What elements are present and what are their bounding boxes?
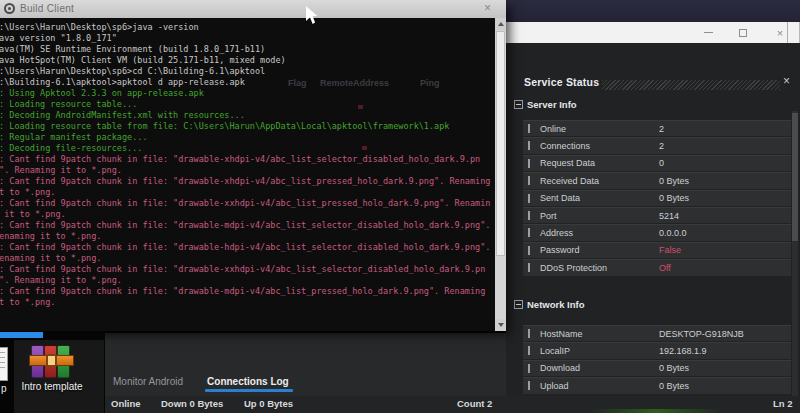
property-label: Address <box>540 228 573 238</box>
section-header-network-info[interactable]: Network Info <box>514 299 585 310</box>
section-header-server-info[interactable]: Server Info <box>514 99 577 110</box>
panel-close-icon[interactable]: × <box>783 74 790 88</box>
terminal-line: Java HotSpot(TM) Client VM (build 25.171… <box>0 55 495 66</box>
property-label: HostName <box>540 329 583 339</box>
close-button[interactable]: × <box>767 22 793 43</box>
property-label: Sent Data <box>540 193 580 203</box>
property-row[interactable]: Received Data0 Bytes <box>523 172 791 188</box>
terminal-line: I: Loading resource table from file: C:\… <box>0 121 495 132</box>
maximize-button[interactable] <box>730 22 756 43</box>
document-icon-label: p <box>1 383 7 394</box>
minimize-icon <box>704 32 713 33</box>
scroll-down-icon[interactable] <box>495 319 506 331</box>
buckle <box>46 354 57 367</box>
property-row[interactable]: PasswordFalse <box>523 242 791 258</box>
maximize-icon <box>739 29 747 37</box>
terminal-title: Build Client <box>20 3 74 14</box>
close-icon: × <box>777 27 783 39</box>
property-row[interactable]: Port5214 <box>523 207 791 223</box>
panel-drag-grip[interactable] <box>602 80 780 90</box>
property-row[interactable]: Connections2 <box>523 137 791 153</box>
collapse-icon[interactable] <box>514 300 523 309</box>
row-grip-icon <box>528 228 530 237</box>
property-label: Connections <box>540 141 590 151</box>
status-online: Online <box>111 398 141 409</box>
terminal-line: C:\Building-6.1\apktool>apktool d app-re… <box>0 77 495 88</box>
property-value: 0.0.0.0 <box>659 228 687 238</box>
panel-scrollbar[interactable] <box>792 111 798 396</box>
property-row[interactable]: HostNameDESKTOP-G918NJB <box>523 325 791 341</box>
desktop-icon-label: Intro template <box>16 380 88 393</box>
row-grip-icon <box>528 246 530 255</box>
property-label: Received Data <box>540 176 599 186</box>
property-value: False <box>659 245 681 255</box>
property-row[interactable]: Address0.0.0.0 <box>523 224 791 240</box>
property-label: DDoS Protection <box>540 263 607 273</box>
terminal-line: W: Cant find 9patch chunk in file: "draw… <box>0 198 495 220</box>
row-grip-icon <box>528 159 530 168</box>
property-row[interactable]: Upload0 Bytes <box>523 377 791 393</box>
terminal-line: I: Regular manifest package... <box>0 132 495 143</box>
property-label: LocalIP <box>540 346 570 356</box>
scrollbar-thumb[interactable] <box>496 31 505 256</box>
property-label: Request Data <box>540 158 595 168</box>
status-count: Count 2 <box>457 398 492 409</box>
terminal-line: C:\Users\Harun\Desktop\sp6>java -version <box>0 22 495 33</box>
scroll-up-icon[interactable] <box>495 18 506 30</box>
terminal-line: W: Cant find 9patch chunk in file: "draw… <box>0 264 495 286</box>
terminal-close-icon[interactable]: × <box>484 1 491 15</box>
terminal-scrollbar[interactable] <box>495 18 506 331</box>
property-row[interactable]: LocalIP192.168.1.9 <box>523 342 791 358</box>
tab-bar: Monitor AndroidConnections Log <box>113 376 289 391</box>
row-grip-icon <box>528 194 530 203</box>
panel-header[interactable]: Service Status × <box>506 73 800 95</box>
terminal-line: C:\Users\Harun\Desktop\sp6>cd C:\Buildin… <box>0 66 495 77</box>
property-row[interactable]: DDoS ProtectionOff <box>523 259 791 275</box>
server-info-rows: Online2Connections2Request Data0Received… <box>523 120 791 277</box>
property-value: Off <box>659 263 671 273</box>
property-row[interactable]: Request Data0 <box>523 155 791 171</box>
console-app-icon <box>4 3 15 14</box>
property-row[interactable]: Download0 Bytes <box>523 360 791 376</box>
terminal-output[interactable]: FlagRemoteAddressPing C:\Users\Harun\Des… <box>0 18 495 331</box>
terminal-line: I: Decoding file-resources... <box>0 143 495 154</box>
property-value: 0 Bytes <box>659 193 689 203</box>
property-row[interactable]: Sent Data0 Bytes <box>523 190 791 206</box>
row-grip-icon <box>528 176 530 185</box>
property-label: Download <box>540 363 580 373</box>
network-info-rows: HostNameDESKTOP-G918NJBLocalIP192.168.1.… <box>523 325 791 395</box>
property-label: Upload <box>540 381 569 391</box>
desktop-background <box>506 0 800 22</box>
document-icon[interactable] <box>0 347 8 381</box>
property-label: Password <box>540 245 580 255</box>
video-progress-glow <box>588 409 724 413</box>
row-grip-icon <box>528 346 530 355</box>
property-value: 2 <box>659 124 664 134</box>
minimize-button[interactable] <box>695 22 721 43</box>
property-value: DESKTOP-G918NJB <box>659 329 744 339</box>
background-window-titlebar: × <box>506 22 800 43</box>
property-value: 0 Bytes <box>659 363 689 373</box>
taskbar-highlight <box>0 332 43 338</box>
terminal-line: I: Loading resource table... <box>0 99 495 110</box>
terminal-line: W: Cant find 9patch chunk in file: "draw… <box>0 176 495 198</box>
property-value: 0 Bytes <box>659 381 689 391</box>
row-grip-icon <box>528 364 530 373</box>
collapse-icon[interactable] <box>514 100 523 109</box>
terminal-line: I: Decoding AndroidManifest.xml with res… <box>0 110 495 121</box>
terminal-window: Build Client × FlagRemoteAddressPing C:\… <box>0 0 506 331</box>
terminal-line: W: Cant find 9patch chunk in file: "draw… <box>0 242 495 264</box>
desktop-area: p Intro template <box>0 331 105 413</box>
property-value: 5214 <box>659 211 679 221</box>
terminal-line: W: Cant find 9patch chunk in file: "draw… <box>0 286 495 308</box>
winrar-archive-icon[interactable] <box>31 345 72 378</box>
terminal-line: W: Cant find 9patch chunk in file: "draw… <box>0 154 495 176</box>
row-grip-icon <box>528 211 530 220</box>
property-row[interactable]: Online2 <box>523 120 791 136</box>
tab-connections-log[interactable]: Connections Log <box>207 376 289 391</box>
tab-monitor-android[interactable]: Monitor Android <box>113 376 183 391</box>
scrollbar-thumb[interactable] <box>792 113 798 241</box>
terminal-titlebar[interactable]: Build Client × <box>0 0 506 18</box>
property-value: 192.168.1.9 <box>659 346 707 356</box>
terminal-line: java version "1.8.0_171" <box>0 33 495 44</box>
